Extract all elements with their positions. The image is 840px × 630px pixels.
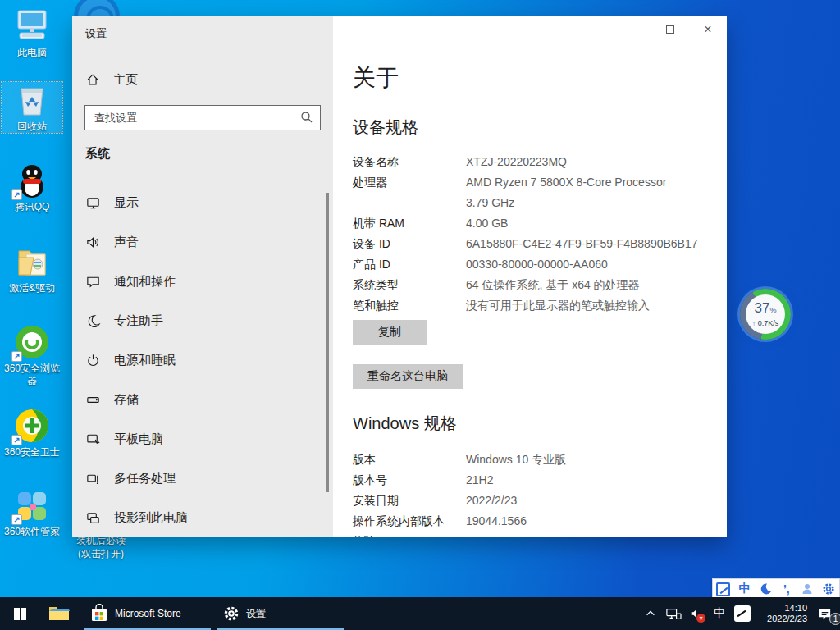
desktop-icon-360-browser[interactable]: ↗ 360安全浏览器 — [2, 324, 62, 387]
device-spec-section-title: 设备规格 — [353, 116, 418, 139]
maximize-button[interactable] — [651, 16, 689, 43]
sidebar-item-tablet[interactable]: 平板电脑 — [72, 422, 326, 455]
spec-row: 操作系统内部版本19044.1566 — [353, 511, 720, 532]
search-icon[interactable] — [300, 111, 313, 124]
desktop-icon-this-pc[interactable]: 此电脑 — [2, 8, 62, 59]
desktop-icon-label: 360软件管家 — [2, 526, 62, 538]
ime-chinese-mode[interactable]: 中 — [735, 580, 753, 598]
spec-row: 系统类型64 位操作系统, 基于 x64 的处理器 — [353, 275, 720, 295]
desktop-icon-activation-drivers[interactable]: 激活&驱动 — [2, 244, 62, 294]
storage-icon — [85, 392, 101, 408]
spec-row: 安装日期2022/2/23 — [353, 491, 720, 511]
spec-row: 版本Windows 10 专业版 — [353, 450, 720, 470]
360-browser-icon: ↗ — [13, 324, 51, 360]
settings-search — [84, 105, 321, 130]
desktop-icon-tencent-qq[interactable]: ↗ 腾讯QQ — [2, 162, 62, 213]
desktop-icon-360-software-manager[interactable]: ↗ 360软件管家 — [2, 487, 62, 538]
power-sleep-icon — [85, 353, 101, 368]
sidebar-scrollbar[interactable] — [326, 193, 329, 492]
this-pc-icon — [13, 8, 51, 44]
sidebar-item-label: 平板电脑 — [114, 431, 163, 447]
action-center-button[interactable]: 1 — [812, 597, 837, 630]
tray-sogou-icon[interactable] — [733, 597, 751, 630]
multitasking-icon — [85, 471, 101, 486]
copy-button[interactable]: 复制 — [353, 320, 427, 345]
shortcut-arrow-icon: ↗ — [11, 435, 22, 445]
percent-sign: % — [769, 306, 776, 314]
ime-input-icon[interactable] — [714, 580, 733, 598]
desktop-icon-recycle-bin[interactable]: 回收站 — [2, 82, 62, 133]
file-explorer-button[interactable] — [39, 597, 79, 630]
sidebar-item-label: 显示 — [114, 195, 139, 211]
shortcut-arrow-icon: ↗ — [11, 351, 22, 362]
ime-halfwidth-moon-icon[interactable] — [756, 580, 774, 598]
tablet-icon — [85, 431, 101, 447]
sidebar-item-label: 专注助手 — [114, 313, 163, 329]
sidebar-item-projecting[interactable]: 投影到此电脑 — [72, 501, 326, 534]
spec-row: 设备名称XTZJ-20220223MQ — [353, 152, 720, 172]
sidebar-item-display[interactable]: 显示 — [72, 186, 326, 219]
ime-settings-gear-icon[interactable] — [819, 580, 838, 598]
sidebar-item-storage[interactable]: 存储 — [72, 383, 326, 416]
system-tray: × 中 14:10 2022/2/23 1 — [641, 597, 837, 630]
settings-window: 设置 主页 系统 显示 — [72, 16, 727, 537]
sidebar-home-label: 主页 — [113, 72, 138, 88]
tray-show-hidden-icons[interactable] — [641, 597, 660, 630]
desktop-icon-label: 360安全浏览器 — [2, 363, 62, 387]
taskbar-button-settings[interactable]: 设置 — [215, 597, 346, 630]
notification-count-badge: 1 — [829, 613, 840, 625]
sidebar-section-title: 系统 — [85, 146, 110, 162]
sidebar-item-sound[interactable]: 声音 — [72, 226, 326, 258]
spec-row: 版本号21H2 — [353, 470, 720, 491]
sidebar-item-multitasking[interactable]: 多任务处理 — [72, 462, 326, 495]
network-speed: 0.7K/s — [758, 319, 779, 327]
spec-row: 机带 RAM4.00 GB — [353, 213, 720, 234]
tray-network-icon[interactable] — [664, 597, 682, 630]
settings-sidebar: 设置 主页 系统 显示 — [72, 16, 333, 537]
desktop-icon-readme-label[interactable]: 装机后必读(双击打开) — [72, 534, 130, 560]
minimize-icon — [628, 30, 637, 30]
sidebar-item-label: 多任务处理 — [114, 471, 176, 486]
sidebar-item-notifications[interactable]: 通知和操作 — [72, 265, 326, 298]
close-icon: × — [704, 23, 711, 36]
minimize-button[interactable] — [614, 16, 651, 43]
desktop: 此电脑 回收站 ↗ 腾讯QQ — [0, 0, 840, 630]
desktop-icon-label: 此电脑 — [2, 47, 62, 59]
settings-main-panel: 关于 设备规格 设备名称XTZJ-20220223MQ 处理器AMD Ryzen… — [333, 16, 727, 537]
sidebar-item-label: 存储 — [114, 392, 139, 408]
360-speed-widget[interactable]: 37% ↑ 0.7K/s — [740, 289, 791, 340]
desktop-icon-label: 360安全卫士 — [2, 446, 62, 459]
tray-ime-indicator[interactable]: 中 — [710, 597, 728, 630]
sidebar-item-power-sleep[interactable]: 电源和睡眠 — [72, 344, 326, 377]
spec-row: 处理器AMD Ryzen 7 5800X 8-Core Processor 3.… — [353, 172, 720, 213]
taskbar-clock[interactable]: 14:10 2022/2/23 — [756, 603, 807, 624]
sidebar-item-home[interactable]: 主页 — [80, 66, 325, 94]
search-input[interactable] — [84, 105, 321, 130]
rename-pc-button[interactable]: 重命名这台电脑 — [353, 364, 463, 389]
settings-gear-icon — [223, 605, 240, 622]
mute-badge: × — [696, 614, 705, 623]
spec-row: 体验 — [353, 532, 720, 537]
sidebar-item-focus-assist[interactable]: 专注助手 — [72, 304, 326, 337]
taskbar: Microsoft Store 设置 — [0, 597, 840, 630]
upload-arrow-icon: ↑ — [752, 319, 756, 327]
start-button[interactable] — [0, 597, 39, 630]
clock-date: 2022/2/23 — [756, 614, 807, 624]
spec-row: 设备 ID6A15880F-C4E2-47F9-BF59-F4B8890B6B1… — [353, 234, 720, 254]
display-icon — [85, 195, 101, 211]
ime-account-icon[interactable] — [798, 580, 816, 598]
sidebar-item-label: 声音 — [114, 235, 139, 250]
ime-punctuation-icon[interactable]: ’, — [778, 580, 796, 598]
folder-icon — [13, 244, 51, 280]
qq-penguin-icon: ↗ — [13, 162, 51, 199]
notifications-icon — [85, 274, 101, 290]
taskbar-button-microsoft-store[interactable]: Microsoft Store — [82, 597, 213, 630]
chevron-up-icon — [645, 608, 656, 619]
sound-icon — [85, 235, 101, 250]
tray-volume-muted-icon[interactable]: × — [687, 597, 705, 630]
focus-assist-icon — [85, 313, 101, 329]
shortcut-arrow-icon: ↗ — [11, 514, 22, 525]
desktop-icon-360-safeguard[interactable]: ↗ 360安全卫士 — [2, 408, 62, 459]
close-button[interactable]: × — [689, 16, 727, 43]
microsoft-store-icon — [90, 604, 108, 623]
